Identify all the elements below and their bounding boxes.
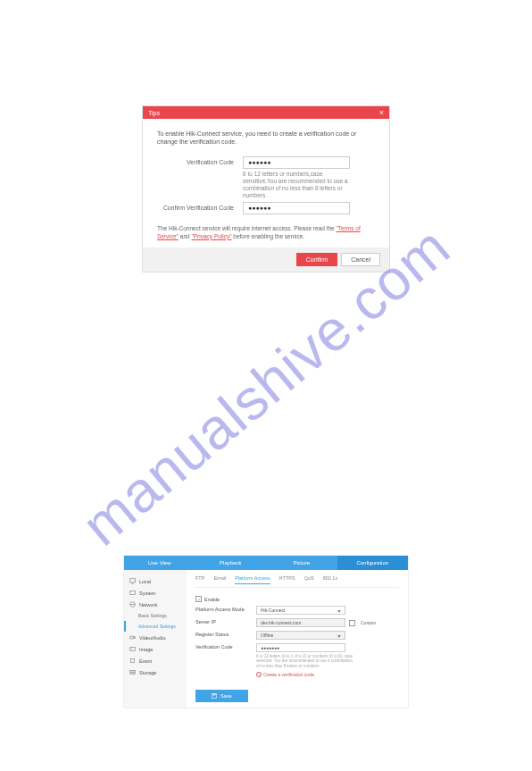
sidebar-item-advanced-settings[interactable]: Advanced Settings xyxy=(124,621,187,632)
enable-row: ✓Enable xyxy=(195,595,399,602)
sidebar: Local System Network Basic Settings Adva… xyxy=(124,570,187,708)
tab-live-view[interactable]: Live View xyxy=(124,556,195,570)
cancel-button[interactable]: Cancel xyxy=(341,253,380,266)
confirm-code-input[interactable]: ●●●●●● xyxy=(243,202,350,214)
server-ip-input[interactable]: dev.hik-connect.com xyxy=(256,618,345,627)
sidebar-item-video-audio[interactable]: Video/Audio xyxy=(124,632,187,643)
sidebar-item-local[interactable]: Local xyxy=(124,575,187,587)
warning-icon: ! xyxy=(256,672,262,677)
sidebar-item-label: Network xyxy=(139,602,157,608)
subtab-ftp[interactable]: FTP xyxy=(195,575,204,584)
dialog-title: Tips xyxy=(148,110,379,116)
verification-code-input[interactable]: ●●●●●● xyxy=(243,156,350,169)
content-area: FTP Email Platform Access HTTPS QoS 802.… xyxy=(187,570,408,708)
sidebar-item-label: Video/Audio xyxy=(139,635,166,641)
verification-code-hint: 6 to 12 letters or numbers,case sensitiv… xyxy=(243,171,350,198)
custom-checkbox[interactable] xyxy=(349,620,355,626)
legal-suffix: before enabling the service. xyxy=(232,233,305,239)
tab-playback[interactable]: Playback xyxy=(195,556,267,570)
vcode-hint: 6 to 12 letters (a to z, A to Z) or numb… xyxy=(256,654,354,668)
confirm-button[interactable]: Confirm xyxy=(296,253,338,266)
top-nav: Live View Playback Picture Configuration xyxy=(124,556,408,570)
legal-and: and xyxy=(180,233,192,239)
sidebar-item-label: Event xyxy=(139,658,152,664)
sidebar-item-label: Basic Settings xyxy=(138,613,167,618)
svg-rect-10 xyxy=(130,673,136,675)
privacy-policy-link[interactable]: "Privacy Policy" xyxy=(191,233,231,239)
sidebar-item-basic-settings[interactable]: Basic Settings xyxy=(124,610,187,621)
legal-prefix: The Hik-Connect service will require int… xyxy=(157,225,337,231)
subtab-email[interactable]: Email xyxy=(213,575,226,584)
dialog-footer: Confirm Cancel xyxy=(143,247,389,272)
sidebar-item-label: Image xyxy=(139,647,153,652)
system-icon xyxy=(129,590,136,596)
sidebar-item-storage[interactable]: Storage xyxy=(124,666,187,678)
subtab-8021x[interactable]: 802.1x xyxy=(323,575,338,584)
sub-tabs: FTP Email Platform Access HTTPS QoS 802.… xyxy=(195,575,399,588)
sidebar-item-label: Storage xyxy=(139,670,156,675)
platform-mode-label: Platform Access Mode xyxy=(195,606,256,612)
tips-dialog: Tips × To enable Hik-Connect service, yo… xyxy=(142,105,390,272)
svg-point-7 xyxy=(131,648,132,649)
globe-icon xyxy=(129,601,136,608)
verification-code-row: Verification Code ●●●●●● 6 to 12 letters… xyxy=(157,156,375,198)
sidebar-item-label: Local xyxy=(139,579,151,584)
verification-code-label: Verification Code xyxy=(157,156,243,198)
subtab-platform-access[interactable]: Platform Access xyxy=(235,575,270,584)
monitor-icon xyxy=(129,578,136,584)
svg-rect-2 xyxy=(130,591,136,594)
close-icon[interactable]: × xyxy=(379,108,384,117)
configuration-panel: Live View Playback Picture Configuration… xyxy=(123,555,409,708)
dialog-titlebar: Tips × xyxy=(143,106,389,119)
legal-text: The Hik-Connect service will require int… xyxy=(157,225,375,240)
sidebar-item-image[interactable]: Image xyxy=(124,643,187,655)
sidebar-item-system[interactable]: System xyxy=(124,587,187,599)
platform-mode-row: Platform Access Mode Hik-Connect xyxy=(195,606,399,615)
image-icon xyxy=(129,646,136,652)
vcode-input[interactable]: ●●●●●●● xyxy=(256,643,345,652)
vcode-label: Verification Code xyxy=(195,643,256,649)
video-icon xyxy=(129,634,136,641)
save-label: Save xyxy=(220,693,232,699)
storage-icon xyxy=(129,669,136,675)
custom-label: Custom xyxy=(361,620,376,625)
dialog-body: To enable Hik-Connect service, you need … xyxy=(143,119,389,247)
server-ip-row: Server IP dev.hik-connect.com Custom xyxy=(195,618,399,627)
warning-label: Create a verification code. xyxy=(263,672,315,677)
confirm-code-row: Confirm Verification Code ●●●●●● xyxy=(157,202,375,214)
svg-rect-0 xyxy=(130,579,136,582)
confirm-code-label: Confirm Verification Code xyxy=(157,202,243,214)
platform-mode-select[interactable]: Hik-Connect xyxy=(256,606,345,615)
subtab-qos[interactable]: QoS xyxy=(304,575,314,584)
save-button[interactable]: Save xyxy=(195,690,248,702)
svg-rect-8 xyxy=(130,658,134,662)
register-status-label: Register Status xyxy=(195,631,256,637)
register-status-field: Offline xyxy=(256,631,345,640)
svg-rect-12 xyxy=(213,694,215,696)
svg-rect-9 xyxy=(130,670,136,672)
tab-configuration[interactable]: Configuration xyxy=(337,556,409,570)
event-icon xyxy=(129,658,136,664)
sidebar-item-event[interactable]: Event xyxy=(124,655,187,666)
server-ip-label: Server IP xyxy=(195,618,256,624)
svg-rect-6 xyxy=(130,647,136,650)
enable-label: Enable xyxy=(204,597,220,602)
sidebar-item-label: Advanced Settings xyxy=(138,624,176,629)
sidebar-item-label: System xyxy=(139,591,155,596)
verification-code-row: Verification Code ●●●●●●● 6 to 12 letter… xyxy=(195,643,399,677)
subtab-https[interactable]: HTTPS xyxy=(279,575,295,584)
save-icon xyxy=(212,693,217,699)
register-status-row: Register Status Offline xyxy=(195,631,399,640)
dialog-intro-text: To enable Hik-Connect service, you need … xyxy=(157,130,375,146)
enable-checkbox[interactable]: ✓ xyxy=(195,596,202,602)
sidebar-item-network[interactable]: Network xyxy=(124,599,187,610)
warning-text: ! Create a verification code. xyxy=(256,672,399,677)
tab-picture[interactable]: Picture xyxy=(266,556,337,570)
